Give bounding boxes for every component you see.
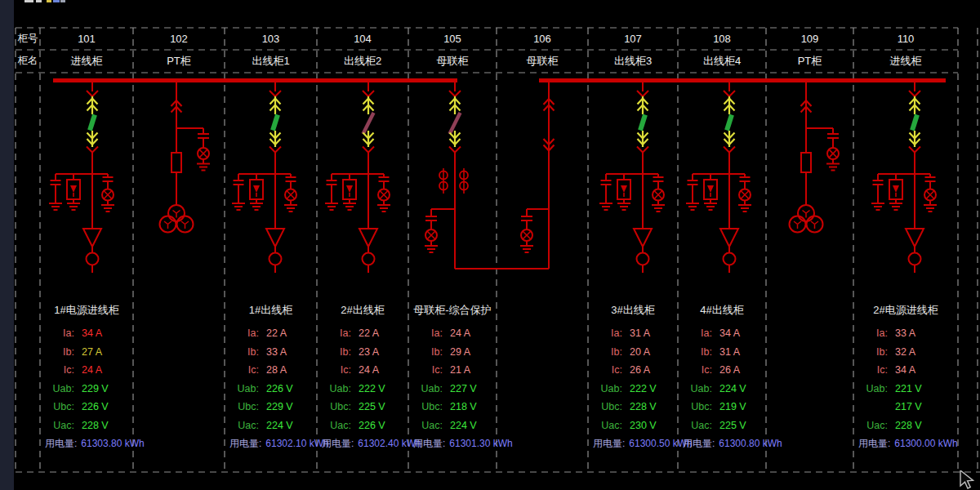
measurement-row: Ib:23 A [318, 345, 407, 359]
energy-row: 用电量:61302.10 kWh [229, 437, 315, 450]
measurement-value: 32 A [895, 345, 915, 359]
panel-title: 母联柜-综合保护 [410, 304, 495, 317]
measurement-label: Ib: [42, 345, 74, 359]
measurement-row: Uac:226 V [318, 419, 407, 432]
measurement-label: Uab: [679, 382, 712, 395]
measurement-label: Ic: [590, 363, 622, 376]
measurement-row: Uac:228 V [42, 419, 131, 432]
measurement-value: 226 V [82, 400, 109, 413]
measurement-row: Ubc:228 V [590, 400, 676, 413]
measurement-label: Ic: [318, 363, 351, 376]
measurement-label: Ib: [679, 345, 712, 359]
energy-label: 用电量: [858, 437, 890, 450]
unit-104-feeder[interactable] [325, 78, 390, 273]
breaker-icon[interactable] [270, 91, 281, 153]
measurement-value: 229 V [266, 400, 293, 413]
measurement-label: Ib: [410, 345, 443, 359]
measurement-label: Ib: [318, 345, 351, 359]
unit-103-feeder[interactable] [232, 78, 297, 273]
energy-row: 用电量:61300.80 kWh [683, 437, 764, 450]
measurement-label: Ubc: [226, 400, 259, 413]
measurement-label: Uab: [42, 382, 74, 395]
measurement-label: Ic: [42, 363, 74, 376]
breaker-icon[interactable] [909, 91, 920, 153]
measurement-label: Uac: [226, 419, 259, 432]
measurement-value: 33 A [895, 327, 915, 340]
col-name-101: 进线柜 [40, 50, 133, 73]
unit-101-feeder[interactable] [49, 78, 114, 273]
col-number-103: 103 [225, 28, 317, 50]
measurement-label: Uac: [318, 419, 351, 432]
measurement-value: 225 V [719, 419, 746, 432]
measurement-row: Uac:228 V [855, 419, 956, 432]
col-name-109: PT柜 [766, 50, 853, 73]
measurement-label: Ib: [855, 345, 888, 359]
measurement-label: Uab: [226, 382, 259, 395]
energy-label: 用电量: [45, 437, 77, 450]
unit-102-pt[interactable] [160, 78, 211, 233]
breaker-icon[interactable] [449, 91, 461, 153]
measurement-value: 229 V [82, 382, 109, 395]
measurement-label: Ia: [42, 327, 74, 340]
measurement-value: 22 A [266, 327, 287, 340]
panel-101: 1#电源进线柜Ia:34 AIb:27 AIc:24 AUab:229 VUbc… [42, 304, 131, 450]
measurement-row: Ib:20 A [590, 345, 676, 359]
measurement-label: Ic: [226, 363, 259, 376]
measurement-value: 22 A [359, 327, 379, 340]
col-number-102: 102 [133, 28, 225, 50]
measurement-row: Uac:230 V [590, 419, 676, 432]
measurement-row: 217 V [855, 400, 956, 413]
measurement-label: Uab: [318, 382, 351, 395]
col-name-106: 母联柜 [497, 50, 588, 73]
measurement-label [855, 400, 888, 413]
arrester-icon [889, 180, 902, 199]
measurement-value: 34 A [82, 327, 102, 340]
energy-label: 用电量: [229, 437, 261, 450]
arrester-icon [704, 180, 717, 199]
measurement-row: Ib:33 A [226, 345, 315, 359]
energy-label: 用电量: [322, 437, 354, 450]
unit-109-pt[interactable] [790, 78, 840, 233]
measurement-label: Ib: [590, 345, 622, 359]
panel-title: 1#出线柜 [226, 304, 315, 317]
unit-110-feeder[interactable] [871, 78, 937, 273]
measurement-value: 228 V [895, 419, 922, 432]
panel-103: 1#出线柜Ia:22 AIb:33 AIc:28 AUab:226 VUbc:2… [226, 304, 315, 450]
energy-row: 用电量:61302.40 kWh [322, 437, 407, 450]
unit-106-bustie[interactable] [520, 78, 555, 269]
breaker-icon[interactable] [724, 91, 735, 153]
measurement-value: 26 A [719, 363, 740, 376]
measurement-label: Uac: [410, 419, 443, 432]
measurement-value: 226 V [266, 382, 293, 395]
col-number-107: 107 [588, 28, 678, 50]
arrester-icon [617, 180, 630, 199]
measurement-value: 29 A [450, 345, 470, 359]
energy-label: 用电量: [683, 437, 715, 450]
mouse-cursor-icon [959, 470, 978, 490]
measurement-label: Ib: [226, 345, 259, 359]
measurement-label: Uab: [590, 382, 622, 395]
unit-108-feeder[interactable] [686, 78, 751, 273]
measurement-label: Ia: [590, 327, 622, 340]
row-label-cabinet-number: 柜号 [16, 33, 40, 44]
energy-value: 61301.30 kWh [449, 437, 512, 450]
breaker-icon[interactable] [87, 91, 98, 153]
measurement-row: Ubc:229 V [226, 400, 315, 413]
col-number-110: 110 [853, 28, 958, 50]
measurement-row: Ib:31 A [679, 345, 764, 359]
panel-title: 1#电源进线柜 [42, 304, 131, 317]
measurement-row: Uac:224 V [226, 419, 315, 432]
measurement-row: Ia:34 A [679, 327, 764, 340]
measurement-value: 33 A [266, 345, 287, 359]
measurement-value: 24 A [450, 327, 470, 340]
energy-row: 用电量:61301.30 kWh [413, 437, 495, 450]
measurement-value: 228 V [630, 400, 657, 413]
breaker-icon[interactable] [637, 91, 648, 153]
breaker-icon[interactable] [363, 91, 374, 153]
measurement-label: Ubc: [42, 400, 74, 413]
measurement-value: 225 V [359, 400, 385, 413]
measurement-value: 218 V [450, 400, 477, 413]
unit-107-feeder[interactable] [599, 78, 665, 273]
col-number-101: 101 [40, 28, 133, 50]
measurement-value: 23 A [359, 345, 379, 359]
